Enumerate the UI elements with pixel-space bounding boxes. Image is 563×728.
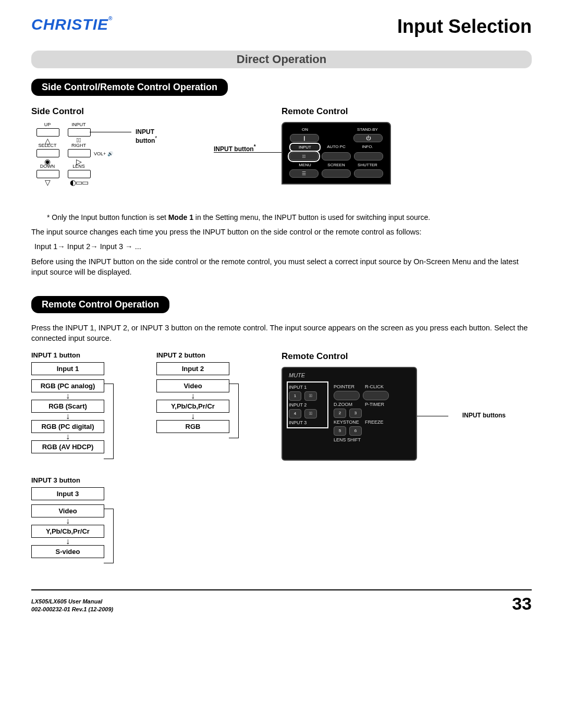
rm2-lensshift-label: LENS SHIFT	[334, 437, 393, 442]
arrow-down-icon: ↓	[31, 392, 104, 400]
rm2-btn-2: 2	[334, 409, 346, 418]
sc-select-label: SELECT	[36, 143, 58, 148]
triangle-down-icon: ▽	[36, 178, 58, 187]
rm2-input2-label: INPUT 2	[289, 402, 317, 408]
rm2-keystone-label: KEYSTONE	[334, 419, 362, 425]
rm2-input1-label: INPUT 1	[289, 385, 317, 390]
sc-lens-label: LENS	[68, 164, 90, 169]
rm2-btn-1: 1	[289, 391, 301, 401]
rm-info-button	[354, 152, 383, 161]
flow1-rgb-scart: RGB (Scart)	[31, 400, 104, 413]
flow1-input1: Input 1	[31, 362, 104, 375]
rm-standby-button: ⏻	[353, 134, 383, 142]
arrow-down-icon: ↓	[156, 392, 229, 400]
flow3-ypbpr: Y,Pb/Cb,Pr/Cr	[31, 525, 104, 538]
page-title: Input Selection	[397, 16, 532, 38]
rm-input-button: ⊟⃕	[289, 152, 319, 161]
arrow-down-icon: ↓	[156, 413, 229, 420]
rm-autopc-button	[322, 152, 351, 161]
arrow-down-icon: ↓	[31, 538, 104, 545]
side-control-diagram: UP △ INPUT ⊟⃕ SELECT ◉ RIGHT ▷ DOWN ▽ LE…	[31, 122, 177, 200]
rm2-input-group-highlight: INPUT 1 1⊟⃕ INPUT 2 4⊟⃕ INPUT 3	[287, 381, 328, 428]
sc-callout-line	[90, 132, 131, 132]
sc-input-callout: INPUT button*	[136, 128, 177, 144]
pill-remote-operation: Remote Control Operation	[31, 296, 169, 313]
flow3-svideo: S-video	[31, 545, 104, 558]
sc-lens-button	[68, 170, 91, 178]
rm-menu-button: ☰	[289, 169, 319, 178]
footer-manual: LX505/LX605 User Manual	[31, 598, 113, 606]
rm-callout-line	[214, 152, 282, 153]
rm-screen-label: SCREEN	[322, 163, 350, 167]
rm2-pointer-button	[334, 391, 360, 400]
rm2-callout-line	[417, 416, 448, 416]
p-input-cycle: Input 1→ Input 2→ Input 3 → ...	[34, 241, 532, 252]
flow2-input2: Input 2	[156, 362, 229, 375]
rm2-btn-6: 6	[349, 426, 362, 436]
rm2-rclick-label: R-CLICK	[365, 384, 393, 389]
flow1-rgb-analog: RGB (PC analog)	[31, 379, 104, 392]
flow1-rgb-avhdcp: RGB (AV HDCP)	[31, 440, 104, 453]
arrow-down-icon: ↓	[31, 413, 104, 420]
flow-input2: INPUT 2 button Input 2 Video ↓ Y,Pb/Cb,P…	[156, 351, 229, 461]
flow2-rgb: RGB	[156, 420, 229, 433]
section-direct-operation: Direct Operation	[31, 51, 532, 68]
sc-up-label: UP	[36, 122, 58, 127]
rm-shutter-button	[354, 169, 383, 178]
remote-control-diagram-2: MUTE INPUT 1 1⊟⃕ INPUT 2 4⊟⃕ INPUT 3 POI…	[282, 367, 417, 461]
remote-control-diagram: INPUT button* ON STAND-BY ❙ ⏻ INPUT AUTO…	[282, 122, 417, 184]
rm-menu-label: MENU	[291, 163, 319, 167]
rm2-input2-button: ⊟⃕	[304, 409, 317, 418]
flow1-rgb-digital: RGB (PC digital)	[31, 420, 104, 433]
flow1-loop	[104, 384, 114, 459]
flow1-head: INPUT 1 button	[31, 351, 104, 359]
rm-on-label: ON	[291, 127, 319, 132]
arrow-down-icon: ↓	[31, 517, 104, 525]
flow2-ypbpr: Y,Pb/Cb,Pr/Cr	[156, 400, 229, 413]
flow2-head: INPUT 2 button	[156, 351, 229, 359]
rm2-mute-label: MUTE	[289, 372, 412, 378]
sc-vol-label: VOL+ 🔊	[94, 151, 113, 156]
mode1-footnote: * Only the Input button function is set …	[47, 213, 527, 221]
rm2-input-buttons-callout: INPUT buttons	[462, 412, 506, 419]
footer-page-number: 33	[512, 594, 532, 614]
rm2-dzoom-label: D.ZOOM	[334, 402, 362, 407]
rm2-btn-4: 4	[289, 409, 301, 418]
rm2-btn-3: 3	[349, 409, 362, 418]
flow3-video: Video	[31, 504, 104, 517]
pill-side-remote-operation: Side Control/Remote Control Operation	[31, 79, 228, 96]
footer-rev: 002-000232-01 Rev.1 (12-2009)	[31, 606, 113, 613]
flow-input3: INPUT 3 button Input 3 Video ↓ Y,Pb/Cb,P…	[31, 476, 104, 558]
sc-up-button	[36, 128, 59, 137]
remote-control-heading: Remote Control	[282, 106, 532, 117]
sc-down-button	[36, 170, 59, 178]
rm-input-callout: INPUT button*	[214, 144, 256, 153]
rm2-ptimer-label: P-TIMER	[365, 402, 393, 407]
rm-info-label: INFO.	[353, 144, 382, 150]
rm2-freeze-label: FREEZE	[365, 419, 393, 425]
rm-screen-button	[322, 169, 351, 178]
arrow-down-icon: ↓	[31, 433, 104, 440]
sc-input-label: INPUT	[68, 122, 90, 127]
sc-down-label: DOWN	[36, 164, 58, 169]
sc-select-button	[36, 149, 59, 157]
p-input-changes: The input source changes each time you p…	[31, 227, 532, 237]
remote-control-heading-2: Remote Control	[282, 351, 480, 362]
footer-doc-info: LX505/LX605 User Manual 002-000232-01 Re…	[31, 598, 113, 614]
rm2-btn-5: 5	[334, 426, 346, 436]
rm-standby-label: STAND-BY	[353, 127, 382, 132]
rm-on-button: ❙	[290, 134, 319, 142]
rm-input-label: INPUT	[291, 144, 319, 150]
brand-logo: CHRISTIE®	[31, 16, 113, 33]
sc-input-button	[68, 128, 91, 137]
rm-shutter-label: SHUTTER	[353, 163, 382, 167]
flow2-video: Video	[156, 379, 229, 392]
lens-icon: ◐▭▭	[68, 178, 90, 187]
flow3-loop	[104, 509, 114, 563]
rm-autopc-label: AUTO PC	[322, 144, 350, 150]
p-before-using: Before using the INPUT button on the sid…	[31, 256, 532, 278]
flow2-loop	[229, 384, 239, 438]
rm2-input3-label: INPUT 3	[289, 420, 317, 425]
side-control-heading: Side Control	[31, 106, 262, 117]
rm2-rclick-button	[363, 391, 389, 400]
